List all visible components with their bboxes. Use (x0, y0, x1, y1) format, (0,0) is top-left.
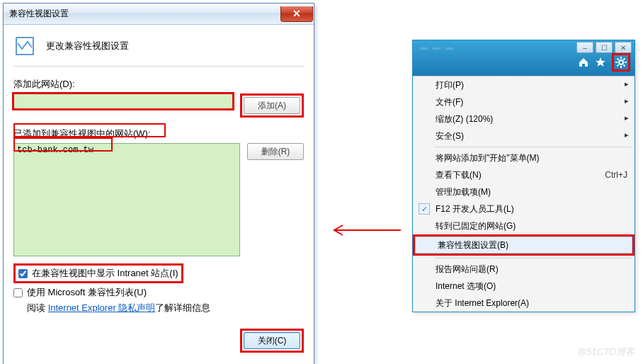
window-buttons: – ☐ ✕ (576, 42, 632, 53)
menu-item[interactable]: 安全(S) (413, 127, 635, 144)
menu-item[interactable]: 兼容性视图设置(B) (415, 237, 632, 254)
svg-line-9 (618, 65, 619, 67)
star-icon[interactable] (595, 57, 606, 68)
annotation-arrow (330, 224, 401, 237)
gear-icon[interactable] (615, 57, 627, 68)
menu-item-label: 缩放(Z) (120%) (436, 113, 493, 125)
menu-item-label: 关于 Internet Explorer(A) (436, 297, 529, 309)
dialog-close-button[interactable]: ✕ (280, 6, 313, 22)
ie-titlebar: — — — – ☐ ✕ (413, 40, 635, 76)
svg-line-6 (618, 59, 619, 60)
close-icon: ✕ (292, 8, 301, 19)
add-button[interactable]: 添加(A) (244, 97, 300, 114)
window-close-button[interactable]: ✕ (615, 42, 632, 53)
mslist-checkbox-text: 使用 Microsoft 兼容性列表(U) (27, 286, 147, 299)
checkbox-group: 在兼容性视图中显示 Intranet 站点(I) 使用 Microsoft 兼容… (13, 263, 304, 314)
intranet-checkbox-label[interactable]: 在兼容性视图中显示 Intranet 站点(I) (18, 267, 178, 280)
menu-item-highlight: 兼容性视图设置(B) (413, 234, 635, 256)
inbox-icon (13, 35, 36, 57)
menu-item[interactable]: ✓F12 开发人员工具(L) (413, 200, 635, 217)
ie-title-blurred: — — — (420, 43, 455, 52)
privacy-suffix: 了解详细信息 (155, 302, 210, 313)
menu-item[interactable]: 管理加载项(M) (413, 183, 635, 200)
svg-line-7 (624, 65, 625, 67)
menu-shortcut: Ctrl+J (605, 170, 627, 180)
check-icon: ✓ (419, 203, 430, 215)
menu-item[interactable]: 缩放(Z) (120%) (413, 110, 635, 127)
menu-item[interactable]: 将网站添加到"开始"菜单(M) (413, 149, 635, 166)
dialog-title: 兼容性视图设置 (9, 8, 69, 20)
dialog-heading-row: 更改兼容性视图设置 (13, 35, 304, 67)
menu-item[interactable]: Internet 选项(O) (413, 278, 635, 295)
menu-item[interactable]: 关于 Internet Explorer(A) (413, 295, 635, 312)
dialog-body: 更改兼容性视图设置 添加此网站(D): 添加(A) 已添加到兼容性视图中的网站(… (4, 25, 314, 364)
menu-separator (434, 258, 632, 258)
menu-item[interactable]: 查看下载(N)Ctrl+J (413, 166, 635, 183)
menu-item-label: Internet 选项(O) (436, 280, 496, 292)
add-button-highlight: 添加(A) (240, 93, 304, 118)
intranet-checkbox-text: 在兼容性视图中显示 Intranet 站点(I) (32, 267, 178, 280)
menu-item-label: 将网站添加到"开始"菜单(M) (436, 152, 540, 164)
dialog-titlebar[interactable]: 兼容性视图设置 ✕ (4, 4, 314, 25)
menu-item[interactable]: 文件(F) (413, 93, 635, 110)
menu-item-label: 安全(S) (436, 130, 464, 142)
menu-item[interactable]: 报告网站问题(R) (413, 261, 635, 278)
compat-view-dialog: 兼容性视图设置 ✕ 更改兼容性视图设置 添加此网站(D): 添加(A) 已添加到… (3, 3, 314, 364)
minimize-button[interactable]: – (576, 42, 593, 53)
menu-item-label: F12 开发人员工具(L) (436, 203, 514, 215)
menu-item-label: 兼容性视图设置(B) (438, 239, 508, 251)
mslist-checkbox-label[interactable]: 使用 Microsoft 兼容性列表(U) (13, 286, 304, 299)
menu-item-label: 打印(P) (436, 79, 464, 91)
close-button-highlight: 关闭(C) (240, 329, 304, 353)
ie-window: — — — – ☐ ✕ (412, 40, 635, 312)
svg-point-1 (619, 60, 623, 64)
list-row: tcb-bank.com.tw 删除(R) (13, 143, 304, 256)
intranet-checkbox[interactable] (18, 269, 28, 278)
home-icon[interactable] (578, 57, 589, 68)
menu-item-label: 报告网站问题(R) (436, 263, 499, 275)
list-item[interactable]: tcb-bank.com.tw (17, 145, 237, 155)
tools-menu: 打印(P)文件(F)缩放(Z) (120%)安全(S)将网站添加到"开始"菜单(… (413, 76, 635, 312)
watermark: @51CTO博客 (577, 346, 635, 358)
intranet-highlight: 在兼容性视图中显示 Intranet 站点(I) (13, 263, 183, 283)
privacy-prefix: 阅读 (27, 302, 48, 313)
add-site-row: 添加(A) (13, 93, 304, 118)
gear-highlight (612, 53, 630, 72)
list-label: 已添加到兼容性视图中的网站(W): (13, 127, 304, 140)
added-sites-list[interactable]: tcb-bank.com.tw (13, 143, 240, 256)
dialog-heading: 更改兼容性视图设置 (46, 40, 129, 52)
menu-item-label: 文件(F) (436, 96, 463, 108)
menu-separator (434, 147, 632, 147)
menu-item[interactable]: 打印(P) (413, 76, 635, 93)
dialog-footer: 关闭(C) (13, 329, 304, 353)
add-site-label: 添加此网站(D): (13, 78, 304, 91)
privacy-link[interactable]: Internet Explorer 隐私声明 (48, 302, 156, 313)
add-site-input[interactable] (13, 93, 233, 109)
close-dialog-button[interactable]: 关闭(C) (244, 332, 300, 349)
remove-button[interactable]: 删除(R) (247, 143, 304, 160)
toolbar-icons (578, 53, 630, 72)
menu-item[interactable]: 转到已固定的网站(G) (413, 217, 635, 234)
menu-item-label: 转到已固定的网站(G) (436, 220, 516, 232)
maximize-button[interactable]: ☐ (596, 42, 613, 53)
privacy-line: 阅读 Internet Explorer 隐私声明了解详细信息 (13, 302, 304, 314)
menu-item-label: 查看下载(N) (436, 169, 482, 181)
svg-line-8 (624, 59, 625, 60)
menu-item-label: 管理加载项(M) (436, 186, 491, 198)
mslist-checkbox[interactable] (13, 288, 23, 297)
